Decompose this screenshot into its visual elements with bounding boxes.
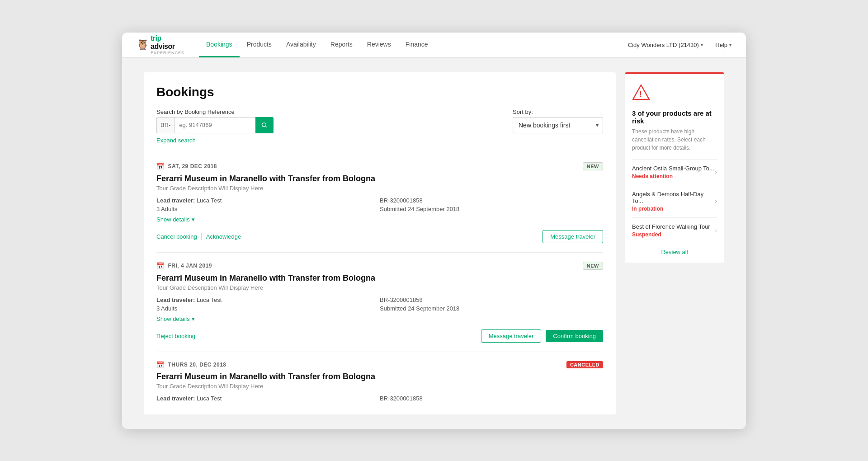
risk-product-1-name: Ancient Ostia Small-Group To...: [632, 165, 714, 172]
risk-product-2-name: Angels & Demons Half-Day To...: [632, 191, 715, 204]
lead-traveler-label-2: Lead traveler: Luca Test: [156, 296, 380, 303]
risk-product-3-status: Suspended: [632, 231, 710, 238]
show-details-2[interactable]: Show details ▾: [156, 315, 603, 322]
confirm-booking-btn-2[interactable]: Confirm booking: [546, 330, 603, 342]
chevron-down-icon-2: ▾: [192, 315, 195, 322]
risk-product-3-name: Best of Florence Walking Tour: [632, 223, 710, 230]
calendar-icon-3: 📅: [156, 361, 165, 368]
nav-link-products[interactable]: Products: [240, 33, 279, 58]
booking-title-3: Ferarri Museum in Maranello with Transfe…: [156, 372, 603, 381]
adults-2: 3 Adults: [156, 305, 380, 312]
message-traveler-btn-1[interactable]: Message traveler: [542, 230, 603, 243]
risk-chevron-3-icon: ›: [715, 227, 717, 234]
help-label: Help: [715, 42, 727, 48]
nav-link-bookings[interactable]: Bookings: [199, 33, 240, 58]
booking-header-1: 📅 SAT, 29 DEC 2018 NEW: [156, 162, 603, 170]
risk-product-3[interactable]: Best of Florence Walking Tour Suspended …: [632, 217, 717, 243]
account-dropdown[interactable]: Cidy Wonders LTD (21430) ▾: [628, 42, 703, 48]
booking-item-2: 📅 FRI, 4 JAN 2019 NEW Ferarri Museum in …: [156, 252, 603, 352]
booking-header-2: 📅 FRI, 4 JAN 2019 NEW: [156, 262, 603, 270]
logo-trip: trip: [151, 34, 184, 42]
risk-panel: ! 3 of your products are at risk These p…: [625, 72, 724, 263]
risk-product-1-status: Needs attention: [632, 173, 714, 179]
search-row: Search by Booking Reference BR- Sort by:: [156, 108, 603, 133]
nav-link-reviews[interactable]: Reviews: [360, 33, 398, 58]
message-traveler-btn-2[interactable]: Message traveler: [481, 329, 542, 343]
booking-item-3: 📅 THURS 20, DEC 2018 CANCELED Ferarri Mu…: [156, 352, 603, 414]
sort-label: Sort by:: [513, 108, 603, 115]
browser-window: 🦉 tripadvisor Experiences Bookings Produ…: [122, 33, 746, 429]
booking-grade-1: Tour Grade Description Will Display Here: [156, 185, 603, 192]
risk-product-3-info: Best of Florence Walking Tour Suspended: [632, 223, 710, 238]
calendar-icon-2: 📅: [156, 262, 165, 269]
risk-chevron-1-icon: ›: [715, 169, 717, 176]
action-links-1: Cancel booking | Acknowledge: [156, 232, 241, 240]
nav-links: Bookings Products Availability Reports R…: [199, 33, 628, 58]
left-panel: Bookings Search by Booking Reference BR-: [144, 72, 616, 414]
booking-date-text-1: SAT, 29 DEC 2018: [168, 163, 217, 169]
booking-reference-2: BR-3200001858: [380, 296, 603, 303]
reject-booking-link-2[interactable]: Reject booking: [156, 333, 195, 339]
booking-date-3: 📅 THURS 20, DEC 2018: [156, 361, 226, 368]
search-input-row: BR-: [156, 117, 274, 133]
risk-product-1-info: Ancient Ostia Small-Group To... Needs at…: [632, 165, 714, 179]
risk-desc: These products have high cancellation ra…: [632, 127, 717, 152]
lead-traveler-label-1: Lead traveler: Luca Test: [156, 197, 380, 204]
sort-group: Sort by: New bookings first Old bookings…: [513, 108, 603, 133]
booking-date-text-2: FRI, 4 JAN 2019: [168, 263, 212, 269]
logo: 🦉 tripadvisor Experiences: [137, 34, 184, 55]
review-all[interactable]: Review all: [632, 243, 717, 255]
booking-actions-2: Reject booking Message traveler Confirm …: [156, 329, 603, 343]
submitted-1: Submitted 24 September 2018: [380, 206, 603, 212]
nav-divider: |: [708, 42, 710, 48]
search-button[interactable]: [255, 117, 274, 133]
booking-title-1: Ferarri Museum in Maranello with Transfe…: [156, 174, 603, 183]
nav-bar: 🦉 tripadvisor Experiences Bookings Produ…: [122, 33, 746, 58]
booking-actions-1: Cancel booking | Acknowledge Message tra…: [156, 230, 603, 243]
calendar-icon-1: 📅: [156, 163, 165, 170]
nav-link-finance[interactable]: Finance: [398, 33, 435, 58]
booking-grade-3: Tour Grade Description Will Display Here: [156, 383, 603, 390]
risk-product-2-status: In probation: [632, 206, 715, 212]
action-buttons-2: Message traveler Confirm booking: [481, 329, 603, 343]
risk-product-2-info: Angels & Demons Half-Day To... In probat…: [632, 191, 715, 212]
booking-badge-2: NEW: [583, 262, 603, 270]
nav-right: Cidy Wonders LTD (21430) ▾ | Help ▾: [628, 42, 731, 48]
search-input[interactable]: [174, 117, 255, 133]
right-panel: ! 3 of your products are at risk These p…: [625, 72, 724, 414]
account-name: Cidy Wonders LTD (21430): [628, 42, 699, 48]
booking-badge-1: NEW: [583, 162, 603, 170]
account-chevron-icon: ▾: [701, 42, 703, 47]
search-group: Search by Booking Reference BR-: [156, 108, 274, 133]
adults-1: 3 Adults: [156, 206, 380, 212]
chevron-down-icon-1: ▾: [192, 216, 195, 223]
action-buttons-1: Message traveler: [542, 230, 603, 243]
page-title: Bookings: [156, 85, 603, 99]
lead-traveler-label-3: Lead traveler: Luca Test: [156, 395, 380, 402]
search-label: Search by Booking Reference: [156, 108, 274, 115]
risk-product-2[interactable]: Angels & Demons Half-Day To... In probat…: [632, 185, 717, 217]
nav-link-availability[interactable]: Availability: [279, 33, 323, 58]
show-details-1[interactable]: Show details ▾: [156, 216, 603, 223]
logo-advisor: advisor: [151, 42, 184, 51]
acknowledge-link-1[interactable]: Acknowledge: [206, 233, 241, 240]
sort-select[interactable]: New bookings first Old bookings first: [513, 117, 603, 133]
svg-text:!: !: [639, 89, 642, 99]
nav-link-reports[interactable]: Reports: [323, 33, 360, 58]
search-icon: [261, 122, 268, 129]
help-chevron-icon: ▾: [729, 42, 731, 47]
booking-details-3: Lead traveler: Luca Test BR-3200001858: [156, 395, 603, 402]
booking-details-2: Lead traveler: Luca Test BR-3200001858 3…: [156, 296, 603, 312]
booking-date-text-3: THURS 20, DEC 2018: [168, 362, 226, 368]
booking-details-1: Lead traveler: Luca Test BR-3200001858 3…: [156, 197, 603, 212]
bookings-card: Bookings Search by Booking Reference BR-: [144, 72, 616, 414]
logo-exp: Experiences: [151, 51, 184, 55]
expand-search[interactable]: Expand search: [156, 137, 603, 144]
booking-reference-1: BR-3200001858: [380, 197, 603, 204]
cancel-booking-link-1[interactable]: Cancel booking: [156, 233, 197, 240]
booking-date-1: 📅 SAT, 29 DEC 2018: [156, 163, 217, 170]
help-dropdown[interactable]: Help ▾: [715, 42, 731, 48]
logo-text: tripadvisor Experiences: [151, 34, 184, 55]
booking-reference-3: BR-3200001858: [380, 395, 603, 402]
risk-product-1[interactable]: Ancient Ostia Small-Group To... Needs at…: [632, 159, 717, 185]
